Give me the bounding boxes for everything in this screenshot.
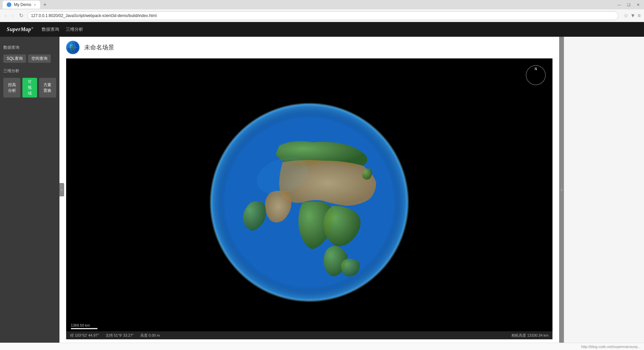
nav-item-data-query[interactable]: 数据查询 — [42, 26, 59, 32]
address-text: 127.0.0.1:8020/02_JavaScript/webpack-icl… — [31, 13, 157, 18]
right-panel-toggle-button[interactable]: › — [559, 37, 564, 343]
menu-icon[interactable]: ≡ — [638, 13, 641, 19]
viewshed-button[interactable]: 控高分析 — [3, 78, 20, 98]
nav-item-3d-analysis[interactable]: 三维分析 — [66, 26, 83, 32]
browser-toolbar: ‹ › ↻ 127.0.0.1:8020/02_JavaScript/webpa… — [0, 9, 644, 22]
close-button[interactable]: ✕ — [635, 1, 641, 8]
scene-title: 未命名场景 — [84, 43, 114, 51]
reload-button[interactable]: ↻ — [18, 12, 25, 19]
app-header: SuperMap® 数据查询 三维分析 — [0, 22, 644, 37]
maximize-button[interactable]: ❑ — [625, 1, 632, 8]
status-longitude: 经 103°52′ 44.97″ — [70, 333, 99, 338]
compass: N — [526, 65, 546, 85]
back-button[interactable]: ‹ — [3, 12, 8, 19]
compass-n-label: N — [534, 67, 537, 71]
globe-container — [66, 58, 552, 339]
main-layout: 数据查询 SQL查询 空间查询 三维分析 控高分析 可视域 方案置换 ‹ — [0, 37, 644, 343]
sidebar: 数据查询 SQL查询 空间查询 三维分析 控高分析 可视域 方案置换 ‹ — [0, 37, 59, 343]
extension-icon[interactable]: ▼ — [630, 13, 636, 19]
scale-label: 1369.50 km — [71, 323, 98, 327]
content-area: 未命名场景 — [59, 37, 559, 343]
browser-tab[interactable]: My Demo × — [3, 1, 40, 9]
nav-menu: 数据查询 三维分析 — [42, 26, 83, 32]
scene-icon — [66, 41, 79, 54]
tab-favicon — [7, 2, 11, 7]
window-controls: — ❑ ✕ — [616, 1, 641, 8]
status-latitude: 北纬 51°9′ 33.27″ — [106, 333, 134, 338]
sidebar-query-buttons: SQL查询 空间查询 — [3, 54, 56, 63]
bottom-hint-bar: http://blog.csdn.net/supermansunp... — [0, 343, 644, 350]
browser-window: My Demo × + — ❑ ✕ ‹ › ↻ 127.0.0.1:8020/0… — [0, 0, 644, 350]
content-header: 未命名场景 — [59, 37, 559, 58]
status-camera-height: 相机高度 13330.34 km — [511, 333, 548, 338]
earth-globe — [206, 96, 413, 303]
sidebar-analysis-buttons: 控高分析 可视域 方案置换 — [3, 78, 56, 98]
browser-titlebar: My Demo × + — ❑ ✕ — [0, 0, 644, 9]
forward-button[interactable]: › — [10, 12, 15, 19]
sidebar-collapse-button[interactable]: ‹ — [59, 183, 64, 196]
spatial-query-button[interactable]: 空间查询 — [28, 54, 51, 63]
sql-query-button[interactable]: SQL查询 — [3, 54, 26, 63]
app-content: SuperMap® 数据查询 三维分析 数据查询 SQL查询 空间查询 三维分析… — [0, 22, 644, 350]
address-bar[interactable]: 127.0.0.1:8020/02_JavaScript/webpack-icl… — [27, 11, 618, 20]
scheme-button[interactable]: 方案置换 — [39, 78, 56, 98]
tab-title: My Demo — [14, 2, 31, 7]
globe-viewport[interactable]: N 1369.50 km 经 103°52′ 44.97″ 北纬 51°9′ 3… — [66, 58, 552, 339]
scale-bar: 1369.50 km — [71, 323, 98, 329]
scale-line — [71, 328, 98, 329]
sidebar-section-data-query: 数据查询 — [3, 45, 56, 50]
toolbar-right: ☆ ▼ ≡ — [624, 12, 641, 19]
status-bar: 经 103°52′ 44.97″ 北纬 51°9′ 33.27″ 高度 0.00… — [66, 331, 552, 339]
minimize-button[interactable]: — — [616, 1, 623, 8]
bottom-hint-text: http://blog.csdn.net/supermansunp... — [581, 345, 641, 349]
new-tab-button[interactable]: + — [43, 2, 46, 8]
sidebar-section-3d-analysis: 三维分析 — [3, 68, 56, 74]
right-panel — [564, 37, 644, 343]
brand-logo: SuperMap® — [7, 26, 34, 32]
tab-close-button[interactable]: × — [34, 3, 36, 7]
bookmark-icon[interactable]: ☆ — [624, 12, 628, 19]
status-height: 高度 0.00 m — [140, 333, 160, 338]
visibility-button[interactable]: 可视域 — [22, 78, 37, 98]
